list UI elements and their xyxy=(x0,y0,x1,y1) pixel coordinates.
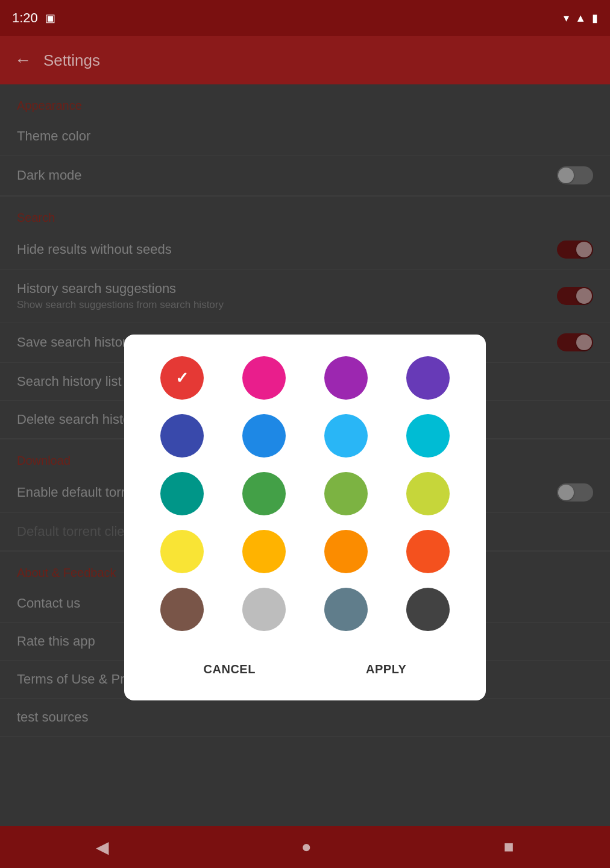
color-swatch-red[interactable] xyxy=(160,356,204,400)
color-picker-dialog: CANCEL APPLY xyxy=(124,335,486,700)
color-grid xyxy=(148,356,462,631)
color-swatch-orange[interactable] xyxy=(324,530,368,573)
color-swatch-yellow[interactable] xyxy=(160,530,204,573)
cancel-button[interactable]: CANCEL xyxy=(184,655,275,684)
nav-bar: ◀ ● ■ xyxy=(0,826,610,868)
color-swatch-dark[interactable] xyxy=(406,588,450,631)
color-swatch-grey[interactable] xyxy=(242,588,286,631)
color-swatch-cyan[interactable] xyxy=(406,414,450,458)
color-swatch-deep-orange[interactable] xyxy=(406,530,450,573)
signal-icon: ▲ xyxy=(575,12,586,25)
notification-icon: ▣ xyxy=(45,11,55,25)
color-swatch-indigo[interactable] xyxy=(160,414,204,458)
page-title: Settings xyxy=(43,51,100,70)
color-swatch-green[interactable] xyxy=(242,472,286,515)
settings-content: Appearance Theme color Dark mode Search … xyxy=(0,84,610,826)
color-swatch-light-green[interactable] xyxy=(324,472,368,515)
color-swatch-light-blue[interactable] xyxy=(324,414,368,458)
color-swatch-purple[interactable] xyxy=(324,356,368,400)
color-swatch-brown[interactable] xyxy=(160,588,204,631)
color-swatch-deep-purple[interactable] xyxy=(406,356,450,400)
status-bar-right: ▾ ▲ ▮ xyxy=(564,11,598,25)
back-button[interactable]: ← xyxy=(14,51,31,70)
color-swatch-pink[interactable] xyxy=(242,356,286,400)
color-swatch-amber[interactable] xyxy=(242,530,286,573)
status-bar-left: 1:20 ▣ xyxy=(12,10,55,26)
wifi-icon: ▾ xyxy=(564,11,569,25)
nav-back-icon[interactable]: ◀ xyxy=(96,837,109,857)
color-swatch-blue[interactable] xyxy=(242,414,286,458)
nav-recent-icon[interactable]: ■ xyxy=(504,837,514,857)
status-bar: 1:20 ▣ ▾ ▲ ▮ xyxy=(0,0,610,36)
dialog-actions: CANCEL APPLY xyxy=(148,650,462,684)
color-swatch-lime[interactable] xyxy=(406,472,450,515)
color-swatch-teal[interactable] xyxy=(160,472,204,515)
apply-button[interactable]: APPLY xyxy=(347,655,426,684)
battery-icon: ▮ xyxy=(592,11,598,25)
nav-home-icon[interactable]: ● xyxy=(301,837,312,857)
status-time: 1:20 xyxy=(12,10,38,26)
app-bar: ← Settings xyxy=(0,36,610,84)
color-swatch-blue-grey[interactable] xyxy=(324,588,368,631)
